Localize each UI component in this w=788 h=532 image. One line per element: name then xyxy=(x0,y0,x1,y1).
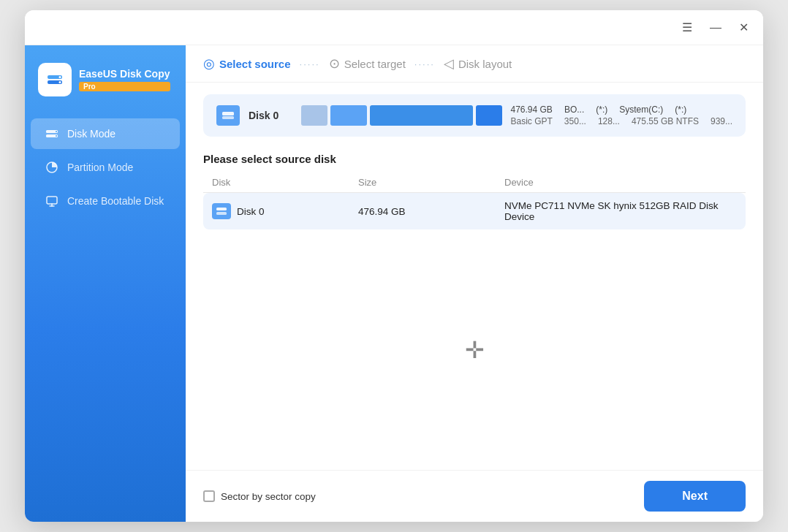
steps-bar: ◎ Select source ····· ⊙ Select target ··… xyxy=(186,45,763,83)
disk-row-device: NVMe PC711 NVMe SK hynix 512GB RAID Disk… xyxy=(504,200,737,222)
dots-1: ····· xyxy=(300,58,320,69)
next-button[interactable]: Next xyxy=(644,481,746,512)
select-source-label: Select source xyxy=(219,58,291,70)
svg-rect-11 xyxy=(222,116,234,119)
close-icon: ✕ xyxy=(739,21,749,34)
disk-info-row2: Basic GPT 350... 128... 475.55 GB NTFS 9… xyxy=(511,116,733,126)
sidebar-item-partition-mode[interactable]: Partition Mode xyxy=(31,152,180,183)
disk-val2: 350... xyxy=(564,116,586,126)
menu-button[interactable]: ☰ xyxy=(679,20,695,35)
sidebar: EaseUS Disk Copy Pro Disk Mode xyxy=(25,45,186,522)
app-name: EaseUS Disk Copy xyxy=(79,68,170,80)
step-select-target[interactable]: ⊙ Select target xyxy=(329,56,406,72)
disk-mode-icon xyxy=(44,126,60,142)
svg-rect-12 xyxy=(216,208,227,210)
svg-rect-13 xyxy=(216,212,227,215)
select-source-icon: ◎ xyxy=(203,56,215,72)
disk-val5: 939... xyxy=(711,116,732,126)
disk-preview: Disk 0 476.94 GB BO... (*:) System(C:) (… xyxy=(203,94,746,137)
sidebar-item-partition-label: Partition Mode xyxy=(67,162,133,173)
sidebar-item-disk-mode-label: Disk Mode xyxy=(67,128,115,140)
pro-badge: Pro xyxy=(79,82,170,91)
sidebar-item-bootable-label: Create Bootable Disk xyxy=(67,195,164,207)
disk-seg-4 xyxy=(476,105,502,126)
col-disk: Disk xyxy=(212,177,358,188)
svg-point-3 xyxy=(59,81,61,83)
disk-val3: 128... xyxy=(598,116,620,126)
svg-rect-10 xyxy=(222,112,234,115)
disk-system: System(C:) xyxy=(619,104,663,115)
disk-info-rows: 476.94 GB BO... (*:) System(C:) (*:) Bas… xyxy=(511,104,733,126)
logo-text: EaseUS Disk Copy Pro xyxy=(79,68,170,92)
close-button[interactable]: ✕ xyxy=(736,20,751,35)
col-device: Device xyxy=(504,177,737,188)
step-select-source[interactable]: ◎ Select source xyxy=(203,56,291,72)
disk-row-size: 476.94 GB xyxy=(358,206,504,217)
app-window: ☰ — ✕ Eas xyxy=(25,10,763,522)
bottom-bar: Sector by sector copy Next xyxy=(186,470,763,522)
disk-preview-icon xyxy=(216,105,240,126)
svg-rect-9 xyxy=(47,197,57,204)
disk-partition: Basic GPT xyxy=(511,116,553,126)
table-header: Disk Size Device xyxy=(203,172,746,193)
disk-row-name: Disk 0 xyxy=(237,206,265,217)
title-bar: ☰ — ✕ xyxy=(25,10,763,45)
svg-point-6 xyxy=(56,131,57,132)
disk-fs: 475.55 GB NTFS xyxy=(632,116,699,126)
disk-row-icon xyxy=(212,203,231,219)
disk-info-row1: 476.94 GB BO... (*:) System(C:) (*:) xyxy=(511,104,733,115)
sidebar-item-disk-mode[interactable]: Disk Mode xyxy=(31,118,180,149)
disk-seg-2 xyxy=(330,105,367,126)
bootable-icon xyxy=(44,193,60,209)
menu-icon: ☰ xyxy=(682,21,692,34)
disk-seg-1 xyxy=(301,105,327,126)
table-row[interactable]: Disk 0 476.94 GB NVMe PC711 NVMe SK hyni… xyxy=(203,193,746,229)
sidebar-item-bootable[interactable]: Create Bootable Disk xyxy=(31,186,180,216)
col-size: Size xyxy=(358,177,504,188)
sector-copy-text: Sector by sector copy xyxy=(221,491,316,502)
center-icon-area: ✛ xyxy=(203,229,746,470)
disk-layout-icon: ◁ xyxy=(444,56,454,72)
partition-mode-icon xyxy=(44,159,60,175)
minimize-button[interactable]: — xyxy=(707,20,724,35)
disk-bar xyxy=(301,105,502,126)
svg-point-7 xyxy=(56,135,57,137)
content-area: ◎ Select source ····· ⊙ Select target ··… xyxy=(186,45,763,522)
disk-type: BO... xyxy=(564,104,584,115)
minimize-icon: — xyxy=(710,21,721,34)
disk-cell: Disk 0 xyxy=(212,203,358,219)
disk-layout-label: Disk layout xyxy=(458,58,512,70)
disk-size: 476.94 GB xyxy=(511,104,553,115)
disk-flag2: (*:) xyxy=(675,104,686,115)
move-icon: ✛ xyxy=(465,336,485,364)
window-controls: ☰ — ✕ xyxy=(679,20,751,35)
sector-copy-label[interactable]: Sector by sector copy xyxy=(203,490,316,502)
disk-preview-name: Disk 0 xyxy=(249,110,292,121)
select-target-icon: ⊙ xyxy=(329,56,340,72)
dots-2: ····· xyxy=(414,58,435,69)
sector-copy-checkbox[interactable] xyxy=(203,490,215,502)
app-logo-icon xyxy=(38,63,72,96)
table-title: Please select source disk xyxy=(203,153,746,165)
svg-point-2 xyxy=(59,76,61,78)
select-target-label: Select target xyxy=(344,58,406,70)
table-section: Please select source disk Disk Size Devi… xyxy=(186,144,763,470)
disk-seg-3 xyxy=(370,105,473,126)
disk-flag: (*:) xyxy=(596,104,607,115)
step-disk-layout[interactable]: ◁ Disk layout xyxy=(444,56,512,72)
main-layout: EaseUS Disk Copy Pro Disk Mode xyxy=(25,45,763,522)
sidebar-logo: EaseUS Disk Copy Pro xyxy=(25,63,186,117)
